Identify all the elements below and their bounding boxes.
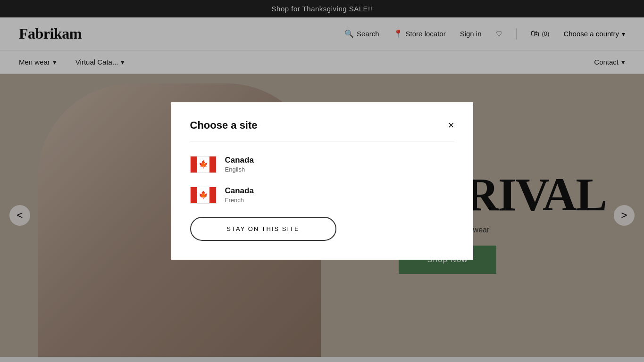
site-name-canada-english: Canada (225, 156, 254, 165)
modal-title: Choose a site (190, 119, 258, 132)
site-lang-french: French (225, 197, 254, 204)
flag-maple-leaf: 🍁 (197, 156, 209, 173)
modal-header: Choose a site × (190, 119, 454, 141)
flag-stripe-right (209, 156, 216, 173)
canada-flag-english: 🍁 (190, 156, 217, 173)
site-info-canada-french: Canada French (225, 186, 254, 204)
stay-on-site-button[interactable]: STAY ON THIS SITE (190, 217, 336, 241)
flag-stripe-right-fr (209, 187, 216, 203)
modal-overlay[interactable]: Choose a site × 🍁 Canada English 🍁 (0, 0, 644, 362)
flag-stripe-left-fr (191, 187, 197, 203)
site-option-canada-english[interactable]: 🍁 Canada English (190, 156, 454, 173)
choose-site-modal: Choose a site × 🍁 Canada English 🍁 (171, 102, 473, 260)
flag-maple-leaf-fr: 🍁 (197, 187, 209, 203)
flag-stripe-left (191, 156, 197, 173)
site-option-canada-french[interactable]: 🍁 Canada French (190, 186, 454, 204)
modal-close-button[interactable]: × (448, 120, 454, 131)
site-info-canada-english: Canada English (225, 156, 254, 173)
site-name-canada-french: Canada (225, 186, 254, 196)
canada-flag-french: 🍁 (190, 187, 217, 204)
site-lang-english: English (225, 166, 254, 173)
